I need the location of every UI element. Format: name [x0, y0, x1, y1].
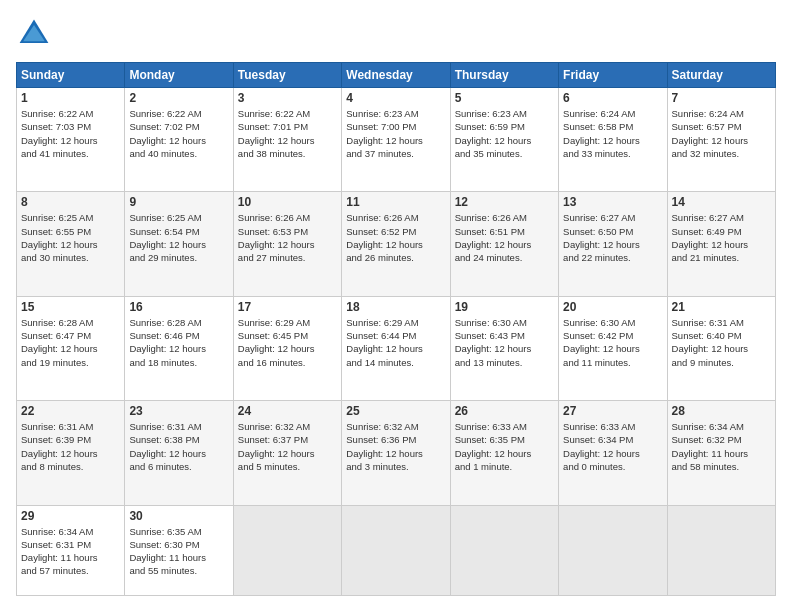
cell-info: Sunrise: 6:28 AMSunset: 6:46 PMDaylight:… — [129, 316, 228, 369]
cell-info: Sunrise: 6:33 AMSunset: 6:34 PMDaylight:… — [563, 420, 662, 473]
day-number: 8 — [21, 195, 120, 209]
calendar-cell: 27Sunrise: 6:33 AMSunset: 6:34 PMDayligh… — [559, 401, 667, 505]
col-friday: Friday — [559, 63, 667, 88]
cell-info: Sunrise: 6:23 AMSunset: 6:59 PMDaylight:… — [455, 107, 554, 160]
col-sunday: Sunday — [17, 63, 125, 88]
calendar-cell: 12Sunrise: 6:26 AMSunset: 6:51 PMDayligh… — [450, 192, 558, 296]
day-number: 24 — [238, 404, 337, 418]
col-thursday: Thursday — [450, 63, 558, 88]
day-number: 5 — [455, 91, 554, 105]
cell-info: Sunrise: 6:24 AMSunset: 6:58 PMDaylight:… — [563, 107, 662, 160]
calendar-cell: 11Sunrise: 6:26 AMSunset: 6:52 PMDayligh… — [342, 192, 450, 296]
day-number: 30 — [129, 509, 228, 523]
day-number: 21 — [672, 300, 771, 314]
calendar-cell: 3Sunrise: 6:22 AMSunset: 7:01 PMDaylight… — [233, 88, 341, 192]
calendar-cell: 15Sunrise: 6:28 AMSunset: 6:47 PMDayligh… — [17, 296, 125, 400]
cell-info: Sunrise: 6:30 AMSunset: 6:42 PMDaylight:… — [563, 316, 662, 369]
cell-info: Sunrise: 6:29 AMSunset: 6:44 PMDaylight:… — [346, 316, 445, 369]
calendar-cell: 16Sunrise: 6:28 AMSunset: 6:46 PMDayligh… — [125, 296, 233, 400]
cell-info: Sunrise: 6:33 AMSunset: 6:35 PMDaylight:… — [455, 420, 554, 473]
day-number: 1 — [21, 91, 120, 105]
calendar-cell: 4Sunrise: 6:23 AMSunset: 7:00 PMDaylight… — [342, 88, 450, 192]
calendar-cell: 20Sunrise: 6:30 AMSunset: 6:42 PMDayligh… — [559, 296, 667, 400]
cell-info: Sunrise: 6:34 AMSunset: 6:32 PMDaylight:… — [672, 420, 771, 473]
page: Sunday Monday Tuesday Wednesday Thursday… — [0, 0, 792, 612]
col-tuesday: Tuesday — [233, 63, 341, 88]
header — [16, 16, 776, 52]
calendar-cell: 1Sunrise: 6:22 AMSunset: 7:03 PMDaylight… — [17, 88, 125, 192]
col-saturday: Saturday — [667, 63, 775, 88]
day-number: 19 — [455, 300, 554, 314]
cell-info: Sunrise: 6:27 AMSunset: 6:50 PMDaylight:… — [563, 211, 662, 264]
day-number: 12 — [455, 195, 554, 209]
day-number: 23 — [129, 404, 228, 418]
cell-info: Sunrise: 6:23 AMSunset: 7:00 PMDaylight:… — [346, 107, 445, 160]
calendar-cell: 5Sunrise: 6:23 AMSunset: 6:59 PMDaylight… — [450, 88, 558, 192]
cell-info: Sunrise: 6:22 AMSunset: 7:02 PMDaylight:… — [129, 107, 228, 160]
calendar-cell: 23Sunrise: 6:31 AMSunset: 6:38 PMDayligh… — [125, 401, 233, 505]
calendar-cell: 19Sunrise: 6:30 AMSunset: 6:43 PMDayligh… — [450, 296, 558, 400]
calendar-cell: 26Sunrise: 6:33 AMSunset: 6:35 PMDayligh… — [450, 401, 558, 505]
calendar-cell: 17Sunrise: 6:29 AMSunset: 6:45 PMDayligh… — [233, 296, 341, 400]
cell-info: Sunrise: 6:28 AMSunset: 6:47 PMDaylight:… — [21, 316, 120, 369]
day-number: 14 — [672, 195, 771, 209]
cell-info: Sunrise: 6:25 AMSunset: 6:55 PMDaylight:… — [21, 211, 120, 264]
calendar-cell: 29Sunrise: 6:34 AMSunset: 6:31 PMDayligh… — [17, 505, 125, 595]
cell-info: Sunrise: 6:27 AMSunset: 6:49 PMDaylight:… — [672, 211, 771, 264]
calendar-cell: 21Sunrise: 6:31 AMSunset: 6:40 PMDayligh… — [667, 296, 775, 400]
cell-info: Sunrise: 6:31 AMSunset: 6:39 PMDaylight:… — [21, 420, 120, 473]
day-number: 27 — [563, 404, 662, 418]
day-number: 25 — [346, 404, 445, 418]
col-monday: Monday — [125, 63, 233, 88]
day-number: 20 — [563, 300, 662, 314]
day-number: 22 — [21, 404, 120, 418]
cell-info: Sunrise: 6:31 AMSunset: 6:40 PMDaylight:… — [672, 316, 771, 369]
calendar-cell: 28Sunrise: 6:34 AMSunset: 6:32 PMDayligh… — [667, 401, 775, 505]
cell-info: Sunrise: 6:31 AMSunset: 6:38 PMDaylight:… — [129, 420, 228, 473]
calendar-cell — [233, 505, 341, 595]
day-number: 6 — [563, 91, 662, 105]
calendar-cell — [559, 505, 667, 595]
calendar-cell: 6Sunrise: 6:24 AMSunset: 6:58 PMDaylight… — [559, 88, 667, 192]
cell-info: Sunrise: 6:22 AMSunset: 7:03 PMDaylight:… — [21, 107, 120, 160]
cell-info: Sunrise: 6:32 AMSunset: 6:36 PMDaylight:… — [346, 420, 445, 473]
day-number: 2 — [129, 91, 228, 105]
day-number: 29 — [21, 509, 120, 523]
cell-info: Sunrise: 6:32 AMSunset: 6:37 PMDaylight:… — [238, 420, 337, 473]
cell-info: Sunrise: 6:26 AMSunset: 6:52 PMDaylight:… — [346, 211, 445, 264]
logo-icon — [16, 16, 52, 52]
cell-info: Sunrise: 6:26 AMSunset: 6:51 PMDaylight:… — [455, 211, 554, 264]
calendar-cell: 2Sunrise: 6:22 AMSunset: 7:02 PMDaylight… — [125, 88, 233, 192]
cell-info: Sunrise: 6:35 AMSunset: 6:30 PMDaylight:… — [129, 525, 228, 578]
calendar-cell: 7Sunrise: 6:24 AMSunset: 6:57 PMDaylight… — [667, 88, 775, 192]
day-number: 16 — [129, 300, 228, 314]
calendar-cell: 25Sunrise: 6:32 AMSunset: 6:36 PMDayligh… — [342, 401, 450, 505]
calendar-cell — [667, 505, 775, 595]
cell-info: Sunrise: 6:29 AMSunset: 6:45 PMDaylight:… — [238, 316, 337, 369]
cell-info: Sunrise: 6:25 AMSunset: 6:54 PMDaylight:… — [129, 211, 228, 264]
col-wednesday: Wednesday — [342, 63, 450, 88]
day-number: 10 — [238, 195, 337, 209]
day-number: 11 — [346, 195, 445, 209]
day-number: 15 — [21, 300, 120, 314]
cell-info: Sunrise: 6:30 AMSunset: 6:43 PMDaylight:… — [455, 316, 554, 369]
day-number: 17 — [238, 300, 337, 314]
cell-info: Sunrise: 6:24 AMSunset: 6:57 PMDaylight:… — [672, 107, 771, 160]
logo — [16, 16, 56, 52]
calendar-cell — [342, 505, 450, 595]
day-number: 26 — [455, 404, 554, 418]
calendar-cell: 24Sunrise: 6:32 AMSunset: 6:37 PMDayligh… — [233, 401, 341, 505]
calendar-cell: 13Sunrise: 6:27 AMSunset: 6:50 PMDayligh… — [559, 192, 667, 296]
calendar-cell: 10Sunrise: 6:26 AMSunset: 6:53 PMDayligh… — [233, 192, 341, 296]
calendar-cell: 14Sunrise: 6:27 AMSunset: 6:49 PMDayligh… — [667, 192, 775, 296]
header-row: Sunday Monday Tuesday Wednesday Thursday… — [17, 63, 776, 88]
calendar-cell: 18Sunrise: 6:29 AMSunset: 6:44 PMDayligh… — [342, 296, 450, 400]
cell-info: Sunrise: 6:22 AMSunset: 7:01 PMDaylight:… — [238, 107, 337, 160]
day-number: 7 — [672, 91, 771, 105]
calendar-cell: 9Sunrise: 6:25 AMSunset: 6:54 PMDaylight… — [125, 192, 233, 296]
day-number: 4 — [346, 91, 445, 105]
day-number: 9 — [129, 195, 228, 209]
day-number: 18 — [346, 300, 445, 314]
cell-info: Sunrise: 6:26 AMSunset: 6:53 PMDaylight:… — [238, 211, 337, 264]
calendar-table: Sunday Monday Tuesday Wednesday Thursday… — [16, 62, 776, 596]
